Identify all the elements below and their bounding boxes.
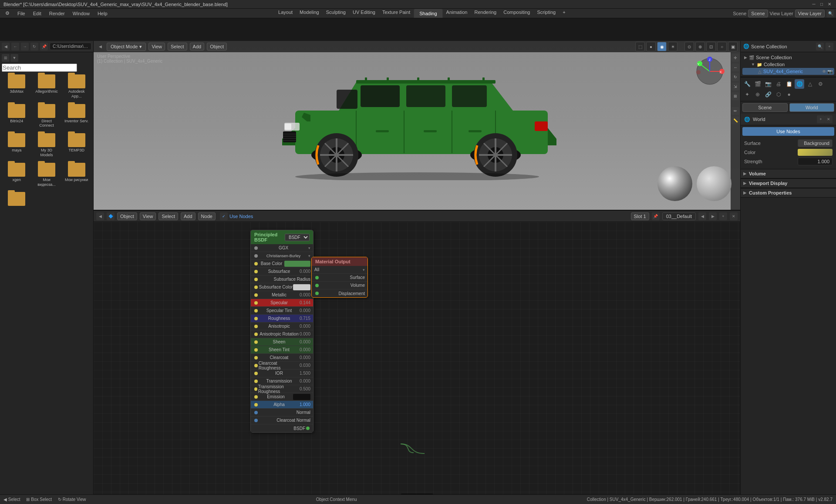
- maximize-btn[interactable]: □: [819, 1, 825, 7]
- scale-tool[interactable]: ⇲: [732, 83, 739, 91]
- physics-props-btn[interactable]: ⊕: [753, 90, 762, 99]
- object-props-btn[interactable]: △: [805, 79, 815, 89]
- surface-value[interactable]: Background: [798, 139, 833, 147]
- base-color-swatch[interactable]: [284, 261, 310, 267]
- sheen-row[interactable]: Sheen 0.000: [251, 338, 313, 346]
- bsdf-node[interactable]: Principled BSDF BSDF GGX ▾ Christiansen-…: [250, 230, 314, 433]
- ne-del-mat[interactable]: ✕: [730, 212, 738, 220]
- ne-prev-mat[interactable]: ◀: [698, 212, 706, 220]
- scene-toggle-btn[interactable]: Scene: [742, 103, 788, 112]
- menu-scripting[interactable]: Scripting: [533, 9, 559, 18]
- subsurface-color-swatch[interactable]: [293, 284, 310, 290]
- reload-btn[interactable]: ↻: [30, 43, 38, 50]
- scene-props-btn[interactable]: 🎬: [753, 79, 762, 89]
- menu-texture-paint[interactable]: Texture Paint: [379, 9, 414, 18]
- folder-my-drawings[interactable]: Мои рисунки: [62, 161, 91, 189]
- ne-pin-btn[interactable]: 📌: [652, 212, 660, 220]
- filter-outliner-btn[interactable]: 🔍: [816, 43, 824, 50]
- subsurface-row[interactable]: Subsurface 0.000: [251, 268, 313, 276]
- use-nodes-toggle[interactable]: ✓: [220, 212, 228, 220]
- ne-node-btn[interactable]: Node: [198, 212, 216, 220]
- view-layer-props-btn[interactable]: 📋: [784, 79, 794, 89]
- menu-modeling[interactable]: Modeling: [296, 9, 323, 18]
- camera-icon[interactable]: 📷: [827, 69, 833, 74]
- ne-view-btn[interactable]: View: [140, 212, 156, 220]
- view-toggle-btn[interactable]: ◀: [2, 43, 10, 50]
- specular-row[interactable]: Specular 0.144: [251, 299, 313, 307]
- unlink-world-btn[interactable]: ✕: [825, 115, 833, 123]
- use-nodes-button[interactable]: Use Nodes: [742, 127, 834, 136]
- emission-swatch[interactable]: [293, 394, 310, 400]
- specular-tint-row[interactable]: Specular Tint 0.000: [251, 307, 313, 315]
- folder-direct-connect[interactable]: Direct Connect: [33, 102, 61, 130]
- menu-blender-icon[interactable]: ⚙: [2, 10, 13, 17]
- tool-props-btn[interactable]: 🔧: [742, 79, 752, 89]
- menu-file[interactable]: File: [14, 10, 29, 17]
- folder-allegorithmic[interactable]: Allegorithmic: [33, 73, 61, 101]
- scene-selector[interactable]: Scene: [748, 10, 768, 17]
- viewport-gizmo[interactable]: X Y Z: [692, 54, 727, 89]
- snap-btn[interactable]: ⊡: [706, 42, 716, 51]
- bsdf-ggx-row[interactable]: GGX ▾: [251, 244, 313, 252]
- collection-row[interactable]: ▼ 📁 Collection: [742, 61, 834, 68]
- normal-row[interactable]: Normal: [251, 409, 313, 417]
- minimize-btn[interactable]: ─: [811, 1, 817, 7]
- render-props-btn[interactable]: 📷: [763, 79, 773, 89]
- transmission-rough-row[interactable]: Transmission Roughness 0.500: [251, 385, 313, 393]
- view-layer-selector[interactable]: View Layer: [795, 10, 825, 17]
- ne-new-mat[interactable]: +: [719, 212, 727, 220]
- search-btn[interactable]: 🔍: [826, 10, 834, 17]
- anisotropic-rot-row[interactable]: Anisotropic Rotation 0.000: [251, 330, 313, 338]
- bookmark-btn[interactable]: 📌: [40, 43, 48, 50]
- folder-autodesk[interactable]: Autodesk App...: [62, 73, 91, 101]
- output-displacement-row[interactable]: Displacement: [312, 289, 367, 297]
- menu-uv-editing[interactable]: UV Editing: [349, 9, 379, 18]
- roughness-row[interactable]: Roughness 0.715: [251, 315, 313, 323]
- menu-layout[interactable]: Layout: [275, 9, 296, 18]
- overlay-btn[interactable]: ⊙: [684, 42, 694, 51]
- search-input[interactable]: [2, 64, 77, 72]
- subsurface-radius-row[interactable]: Subsurface Radius: [251, 276, 313, 283]
- cursor-tool[interactable]: ✛: [732, 54, 739, 62]
- particles-props-btn[interactable]: ✦: [742, 90, 752, 99]
- back-btn[interactable]: ←: [11, 43, 19, 50]
- viewport-shading-material[interactable]: ◉: [657, 42, 667, 51]
- folder-3dsmax[interactable]: 3dsMax: [3, 73, 31, 101]
- menu-edit[interactable]: Edit: [30, 10, 45, 17]
- add-collection-btn[interactable]: +: [826, 43, 833, 50]
- output-volume-row[interactable]: Volume: [312, 282, 367, 289]
- folder-extra[interactable]: [3, 190, 31, 208]
- ne-select-btn[interactable]: Select: [158, 212, 178, 220]
- xray-btn[interactable]: ▣: [728, 42, 738, 51]
- node-canvas[interactable]: Principled BSDF BSDF GGX ▾ Christiansen-…: [94, 222, 740, 504]
- color-swatch[interactable]: [798, 149, 833, 156]
- ne-view-type[interactable]: 🔷: [107, 212, 115, 220]
- ne-next-mat[interactable]: ▶: [709, 212, 717, 220]
- select-btn[interactable]: Select: [168, 43, 187, 50]
- anisotropic-row[interactable]: Anisotropic 0.000: [251, 323, 313, 330]
- output-all-row[interactable]: All ▾: [312, 266, 367, 274]
- gizmo-btn[interactable]: ⊕: [695, 42, 705, 51]
- ne-type-dropdown[interactable]: Object: [117, 212, 137, 220]
- output-props-btn[interactable]: 🖨: [774, 79, 783, 89]
- slot-selector[interactable]: Slot 1: [631, 212, 649, 220]
- menu-render[interactable]: Render: [46, 10, 68, 17]
- world-props-btn[interactable]: 🌐: [795, 79, 804, 89]
- folder-bitrix24[interactable]: Bitrix24: [3, 102, 31, 130]
- menu-shading[interactable]: Shading: [414, 9, 442, 18]
- bsdf-christiensen-row[interactable]: Christiansen-Burley ▾: [251, 252, 313, 260]
- proportional-btn[interactable]: ○: [717, 42, 727, 51]
- emission-row[interactable]: Emission: [251, 393, 313, 401]
- scene-root-row[interactable]: ▶ 🎬 Scene Collection: [742, 54, 834, 61]
- alpha-row[interactable]: Alpha 1.000: [251, 401, 313, 409]
- folder-my-3d[interactable]: My 3D Models: [33, 131, 61, 159]
- object-btn[interactable]: Object: [207, 43, 227, 50]
- eye-icon[interactable]: 👁: [822, 69, 826, 74]
- window-controls[interactable]: ─ □ ✕: [811, 1, 833, 7]
- clearcoat-rough-row[interactable]: Clearcoat Roughness 0.030: [251, 362, 313, 370]
- menu-add-tab[interactable]: +: [559, 9, 569, 18]
- filter-btn[interactable]: ▼: [10, 54, 18, 62]
- custom-properties-section-header[interactable]: ▶ Custom Properties: [741, 188, 836, 198]
- view-btn[interactable]: View: [148, 43, 165, 50]
- annotate-tool[interactable]: ✏: [732, 107, 739, 115]
